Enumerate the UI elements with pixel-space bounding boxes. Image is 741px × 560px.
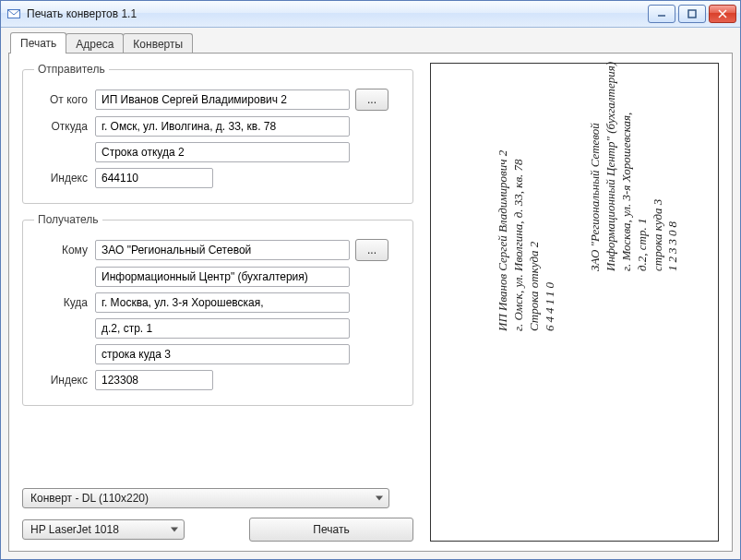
preview-sender-line1: ИП Иванов Сергей Владимирович 2: [496, 150, 511, 331]
to1-input[interactable]: [95, 240, 350, 260]
from-browse-button[interactable]: ...: [355, 89, 388, 111]
sender-group: Отправитель От кого ... Откуда: [22, 63, 413, 204]
to-label: Кому: [34, 244, 88, 256]
envelope-preview: ИП Иванов Сергей Владимирович 2 г. Омск,…: [430, 63, 719, 542]
sender-where2-input[interactable]: [95, 142, 350, 162]
client-area: Печать Адреса Конверты Отправитель От ко…: [1, 28, 740, 559]
preview-recip-index: 123308: [665, 62, 681, 271]
sender-where-label: Откуда: [34, 120, 88, 133]
sender-legend: Отправитель: [34, 63, 109, 76]
preview-sender-block: ИП Иванов Сергей Владимирович 2 г. Омск,…: [496, 150, 558, 331]
svg-rect-2: [688, 10, 696, 18]
window-title: Печать конвертов 1.1: [27, 7, 648, 20]
to2-input[interactable]: [95, 267, 350, 287]
recipient-group: Получатель Кому ... Куда: [22, 213, 413, 406]
tabstrip: Печать Адреса Конверты: [10, 33, 733, 54]
titlebar: Печать конвертов 1.1: [1, 1, 740, 28]
left-column: Отправитель От кого ... Откуда: [22, 63, 413, 542]
recipient-where1-input[interactable]: [95, 292, 350, 313]
from-input[interactable]: [95, 89, 350, 110]
app-window: Печать конвертов 1.1 Печать Адреса Конве…: [0, 0, 741, 560]
close-button[interactable]: [709, 5, 736, 23]
tab-print[interactable]: Печать: [10, 32, 66, 54]
recipient-where2-input[interactable]: [95, 318, 350, 339]
preview-recipient-block: ЗАО "Региональный Сетевой Информационный…: [588, 62, 681, 271]
preview-recip-line1: ЗАО "Региональный Сетевой: [588, 62, 604, 271]
recipient-index-input[interactable]: [95, 370, 213, 390]
preview-recip-line5: строка куда 3: [651, 62, 666, 271]
recipient-index-label: Индекс: [34, 374, 88, 387]
printer-select-value: HP LaserJet 1018: [30, 523, 119, 536]
envelope-select-value: Конверт - DL (110x220): [30, 492, 149, 505]
tab-envelopes[interactable]: Конверты: [123, 33, 193, 54]
printer-select[interactable]: HP LaserJet 1018: [22, 519, 185, 540]
preview-sender-line2: г. Омск, ул. Иволгина, д. 33, кв. 78: [511, 150, 527, 331]
sender-index-label: Индекс: [34, 172, 88, 185]
to-browse-button[interactable]: ...: [355, 239, 388, 261]
maximize-button[interactable]: [678, 5, 706, 23]
print-button[interactable]: Печать: [249, 518, 413, 542]
envelope-icon: [6, 6, 21, 21]
sender-where1-input[interactable]: [95, 116, 350, 137]
chevron-down-icon: [171, 528, 178, 532]
tab-addresses[interactable]: Адреса: [66, 33, 124, 54]
recipient-where-label: Куда: [34, 296, 88, 309]
envelope-select[interactable]: Конверт - DL (110x220): [22, 488, 389, 508]
preview-recip-line2: Информационный Центр" (бухгалтерия): [604, 62, 619, 271]
from-label: От кого: [34, 93, 88, 106]
sender-index-input[interactable]: [95, 168, 213, 188]
preview-sender-line3: Строка откуда 2: [527, 150, 543, 331]
minimize-button[interactable]: [648, 5, 675, 23]
recipient-where3-input[interactable]: [95, 344, 350, 364]
chevron-down-icon: [376, 496, 383, 501]
tab-panel-print: Отправитель От кого ... Откуда: [8, 53, 733, 552]
preview-recip-line3: г. Москва, ул. 3-я Хорошевская,: [619, 62, 635, 271]
preview-sender-index: 644110: [543, 150, 558, 331]
recipient-legend: Получатель: [34, 213, 102, 226]
preview-recip-line4: д.2, стр. 1: [635, 62, 651, 271]
